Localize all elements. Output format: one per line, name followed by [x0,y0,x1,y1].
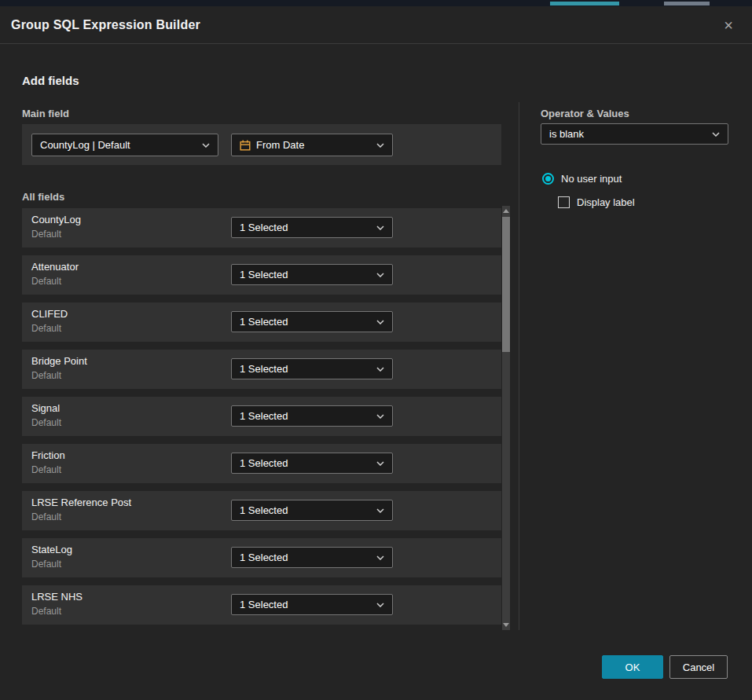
select-value: is blank [549,128,584,140]
field-name: CLIFED [31,308,68,320]
radio-label: No user input [561,173,622,185]
field-selection-select[interactable]: 1 Selected [231,405,393,427]
field-name: Attenuator [31,261,79,273]
field-subtitle: Default [31,511,61,522]
main-field-date-select[interactable]: From Date [231,134,393,156]
field-subtitle: Default [31,276,61,287]
select-value: 1 Selected [240,410,288,422]
dialog-header: Group SQL Expression Builder × [0,6,752,44]
field-name: LRSE NHS [31,591,83,603]
field-row: LRSE NHS Default 1 Selected [22,585,501,625]
no-user-input-radio[interactable]: No user input [542,173,622,185]
chevron-down-icon [376,603,384,607]
field-name: Bridge Point [31,355,87,367]
field-subtitle: Default [31,323,61,334]
checkbox-label: Display label [577,196,635,208]
field-row: Friction Default 1 Selected [22,444,501,483]
select-value: 1 Selected [240,269,288,280]
field-row: CountyLog Default 1 Selected [22,208,501,247]
field-selection-select[interactable]: 1 Selected [231,594,393,615]
field-name: CountyLog [31,214,81,225]
background-page-fragment [664,2,710,5]
select-value: From Date [256,139,304,151]
chevron-down-icon [712,132,720,137]
group-sql-expression-builder-dialog: Group SQL Expression Builder × Add field… [0,6,752,700]
field-row: Bridge Point Default 1 Selected [22,350,501,389]
operator-select[interactable]: is blank [541,123,728,145]
select-value: 1 Selected [240,457,288,469]
chevron-down-icon [376,225,384,230]
scrollbar-down-arrow-icon[interactable] [503,623,509,627]
chevron-down-icon [376,414,384,419]
scrollbar-up-arrow-icon[interactable] [503,209,509,213]
field-subtitle: Default [31,559,61,570]
field-selection-select[interactable]: 1 Selected [231,500,393,521]
background-page-fragment [550,2,619,5]
field-subtitle: Default [31,606,61,617]
background-page-strip [0,0,752,6]
checkbox-unchecked-icon [558,196,570,208]
dialog-title: Group SQL Expression Builder [11,18,200,32]
field-row: Attenuator Default 1 Selected [22,255,501,295]
all-fields-label: All fields [22,191,64,203]
main-field-source-select[interactable]: CountyLog | Default [31,134,218,156]
chevron-down-icon [376,320,384,324]
select-value: CountyLog | Default [40,139,130,151]
operator-values-label: Operator & Values [541,108,629,119]
field-selection-select[interactable]: 1 Selected [231,453,393,474]
main-field-label: Main field [22,108,69,119]
field-row: LRSE Reference Post Default 1 Selected [22,491,501,530]
chevron-down-icon [376,461,384,466]
chevron-down-icon [376,143,384,148]
field-subtitle: Default [31,464,61,475]
field-row: CLIFED Default 1 Selected [22,302,501,342]
field-selection-select[interactable]: 1 Selected [231,217,393,238]
field-name: Friction [31,449,65,461]
close-icon[interactable]: × [716,13,741,38]
select-value: 1 Selected [240,316,288,328]
chevron-down-icon [376,273,384,277]
panel-divider [519,102,519,630]
field-selection-select[interactable]: 1 Selected [231,311,393,332]
field-subtitle: Default [31,229,61,240]
field-subtitle: Default [31,417,61,428]
chevron-down-icon [376,367,384,372]
select-value: 1 Selected [240,222,288,233]
chevron-down-icon [202,143,210,148]
list-scrollbar[interactable] [502,206,510,630]
field-row: Signal Default 1 Selected [22,397,501,436]
ok-button[interactable]: OK [602,655,663,679]
field-selection-select[interactable]: 1 Selected [231,264,393,285]
field-subtitle: Default [31,370,61,381]
field-name: StateLog [31,544,72,555]
radio-selected-icon [542,173,554,185]
chevron-down-icon [376,508,384,513]
select-value: 1 Selected [240,599,288,610]
scrollbar-thumb[interactable] [502,217,510,352]
field-selection-select[interactable]: 1 Selected [231,547,393,568]
select-value: 1 Selected [240,552,288,563]
calendar-icon [240,140,251,151]
cancel-button[interactable]: Cancel [669,655,728,679]
display-label-checkbox[interactable]: Display label [558,196,635,208]
field-selection-select[interactable]: 1 Selected [231,358,393,379]
main-field-panel: CountyLog | Default From Date [22,124,501,165]
field-name: Signal [31,402,60,414]
field-name: LRSE Reference Post [31,497,131,508]
field-row: StateLog Default 1 Selected [22,538,501,577]
add-fields-heading: Add fields [22,74,79,87]
chevron-down-icon [376,555,384,560]
select-value: 1 Selected [240,504,288,516]
select-value: 1 Selected [240,363,288,375]
